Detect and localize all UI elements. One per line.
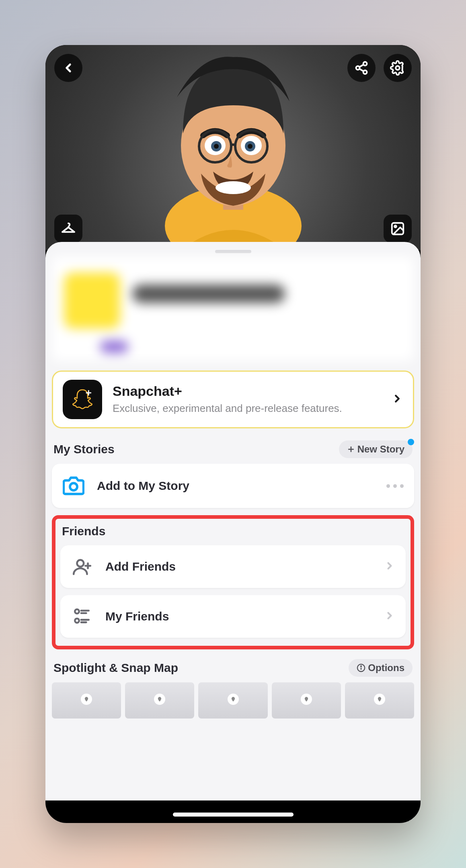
spotlight-options-label: Options [368,662,404,674]
svg-line-3 [359,69,363,71]
bottom-bar [45,800,421,823]
svg-point-37 [361,666,361,667]
snapchat-plus-icon [63,380,102,419]
home-indicator[interactable] [173,813,294,817]
chevron-right-icon [391,393,403,406]
svg-point-17 [248,144,253,149]
spotlight-thumbnail[interactable] [125,682,194,719]
chevron-right-icon [384,560,395,573]
profile-hero [45,45,421,250]
section-title-spotlight: Spotlight & Snap Map [53,661,178,675]
svg-point-15 [214,144,219,149]
notification-dot [408,439,414,445]
my-friends-label: My Friends [105,610,372,623]
spotlight-row [52,682,414,719]
add-story-label: Add to My Story [97,479,374,493]
outfit-button[interactable] [54,215,82,243]
section-title-friends: Friends [60,524,406,538]
new-story-label: New Story [357,444,404,455]
settings-button[interactable] [384,54,412,82]
camera-icon [63,475,84,497]
spotlight-thumbnail[interactable] [345,682,414,719]
more-options-button[interactable] [386,484,404,488]
snapchat-plus-subtitle: Exclusive, experimental and pre-release … [113,401,381,416]
svg-point-5 [396,66,400,70]
spotlight-thumbnail[interactable] [272,682,341,719]
profile-sheet: Snapchat+ Exclusive, experimental and pr… [45,242,421,823]
snapchat-plus-card[interactable]: Snapchat+ Exclusive, experimental and pr… [52,371,414,428]
change-background-button[interactable] [384,215,412,243]
spotlight-thumbnail[interactable] [198,682,267,719]
add-friends-label: Add Friends [105,560,372,573]
svg-point-26 [77,560,84,567]
add-friend-icon [72,557,92,577]
chevron-left-icon [62,61,75,75]
share-icon [354,61,369,75]
new-story-button[interactable]: New Story [339,440,413,458]
svg-point-11 [216,181,251,194]
svg-point-32 [75,618,79,622]
svg-line-4 [359,65,363,67]
spotlight-thumbnail[interactable] [52,682,121,719]
add-to-my-story-card[interactable]: Add to My Story [52,464,414,508]
spotlight-options-button[interactable]: Options [349,659,413,677]
section-title-stories: My Stories [53,442,115,456]
picture-icon [390,221,405,236]
add-friends-card[interactable]: Add Friends [60,545,406,588]
profile-identity-blurred [52,256,414,361]
plus-icon [347,445,355,453]
friends-highlight-box: Friends Add Friends My Friends [52,515,414,649]
svg-point-7 [394,225,396,227]
phone-frame: Snapchat+ Exclusive, experimental and pr… [45,45,421,823]
back-button[interactable] [54,54,82,82]
friends-list-icon [72,606,92,626]
snapchat-plus-title: Snapchat+ [113,383,381,399]
chevron-right-icon [384,610,395,623]
info-icon [357,663,365,672]
sheet-grabber[interactable] [215,250,251,253]
bitmoji-avatar[interactable] [145,53,322,262]
svg-point-29 [75,609,79,613]
svg-point-25 [70,483,77,490]
my-friends-card[interactable]: My Friends [60,595,406,638]
hanger-icon [60,221,76,237]
share-button[interactable] [347,54,376,82]
gear-icon [390,60,405,76]
